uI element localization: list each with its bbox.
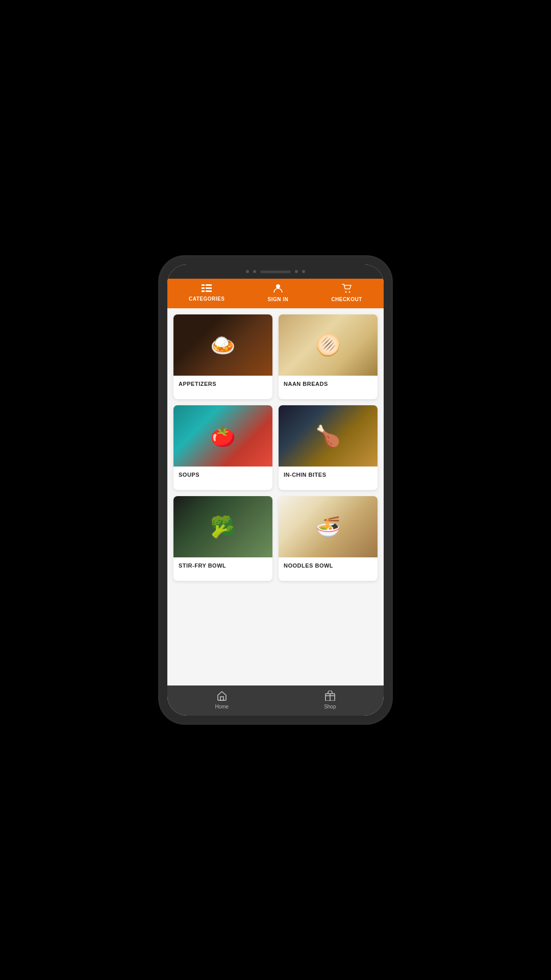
phone-frame: CATEGORIES SIGN IN bbox=[158, 255, 393, 725]
stirfry-visual: 🥦 bbox=[173, 496, 272, 557]
phone-screen: CATEGORIES SIGN IN bbox=[167, 264, 384, 716]
category-card-inchin[interactable]: 🍗 IN-CHIN BITES bbox=[279, 405, 378, 490]
phone-dot-2 bbox=[253, 270, 256, 273]
svg-rect-4 bbox=[202, 290, 205, 292]
svg-point-8 bbox=[348, 291, 350, 293]
soups-visual: 🍅 bbox=[173, 405, 272, 467]
nav-categories[interactable]: CATEGORIES bbox=[189, 284, 224, 302]
category-image-inchin: 🍗 bbox=[279, 405, 378, 467]
phone-top-bar bbox=[167, 264, 384, 279]
svg-point-7 bbox=[345, 291, 346, 293]
appetizers-visual: 🍛 bbox=[173, 314, 272, 376]
svg-point-6 bbox=[276, 284, 280, 288]
phone-dot-4 bbox=[302, 270, 305, 273]
inchin-visual: 🍗 bbox=[279, 405, 378, 467]
categories-grid: 🍛 APPETIZERS 🫓 NAAN BREADS 🍅 SOU bbox=[173, 314, 378, 581]
bottom-nav: Home Shop bbox=[167, 685, 384, 716]
cart-icon bbox=[342, 284, 352, 295]
category-card-noodles[interactable]: 🍜 NOODLES BOWL bbox=[279, 496, 378, 581]
categories-content: 🍛 APPETIZERS 🫓 NAAN BREADS 🍅 SOU bbox=[167, 308, 384, 685]
noodles-visual: 🍜 bbox=[279, 496, 378, 557]
phone-speaker bbox=[260, 271, 291, 273]
home-icon bbox=[217, 691, 227, 702]
category-label-stirfry: STIR-FRY BOWL bbox=[173, 557, 272, 581]
bottom-home-label: Home bbox=[215, 704, 229, 709]
top-nav: CATEGORIES SIGN IN bbox=[167, 279, 384, 308]
category-image-appetizers: 🍛 bbox=[173, 314, 272, 376]
bottom-nav-home[interactable]: Home bbox=[215, 691, 229, 709]
category-card-naan[interactable]: 🫓 NAAN BREADS bbox=[279, 314, 378, 399]
svg-rect-3 bbox=[206, 287, 212, 289]
category-image-stirfry: 🥦 bbox=[173, 496, 272, 557]
category-label-noodles: NOODLES BOWL bbox=[279, 557, 378, 581]
category-label-soups: SOUPS bbox=[173, 467, 272, 490]
bottom-shop-label: Shop bbox=[324, 704, 336, 709]
category-image-naan: 🫓 bbox=[279, 314, 378, 376]
category-card-appetizers[interactable]: 🍛 APPETIZERS bbox=[173, 314, 272, 399]
phone-dot-1 bbox=[246, 270, 249, 273]
user-icon bbox=[273, 284, 283, 295]
category-image-noodles: 🍜 bbox=[279, 496, 378, 557]
category-label-appetizers: APPETIZERS bbox=[173, 376, 272, 399]
nav-signin[interactable]: SIGN IN bbox=[267, 284, 288, 302]
shop-icon bbox=[324, 691, 336, 702]
category-card-stirfry[interactable]: 🥦 STIR-FRY BOWL bbox=[173, 496, 272, 581]
category-card-soups[interactable]: 🍅 SOUPS bbox=[173, 405, 272, 490]
bottom-nav-shop[interactable]: Shop bbox=[324, 691, 336, 709]
svg-rect-0 bbox=[202, 284, 205, 286]
svg-rect-5 bbox=[206, 290, 212, 292]
phone-dot-3 bbox=[295, 270, 298, 273]
nav-categories-label: CATEGORIES bbox=[189, 296, 224, 302]
nav-signin-label: SIGN IN bbox=[267, 297, 288, 302]
nav-checkout[interactable]: CHECKOUT bbox=[331, 284, 362, 302]
nav-checkout-label: CHECKOUT bbox=[331, 297, 362, 302]
naan-visual: 🫓 bbox=[279, 314, 378, 376]
category-label-naan: NAAN BREADS bbox=[279, 376, 378, 399]
grid-icon bbox=[202, 284, 212, 294]
svg-rect-1 bbox=[206, 284, 212, 286]
category-label-inchin: IN-CHIN BITES bbox=[279, 467, 378, 490]
svg-rect-2 bbox=[202, 287, 205, 289]
category-image-soups: 🍅 bbox=[173, 405, 272, 467]
